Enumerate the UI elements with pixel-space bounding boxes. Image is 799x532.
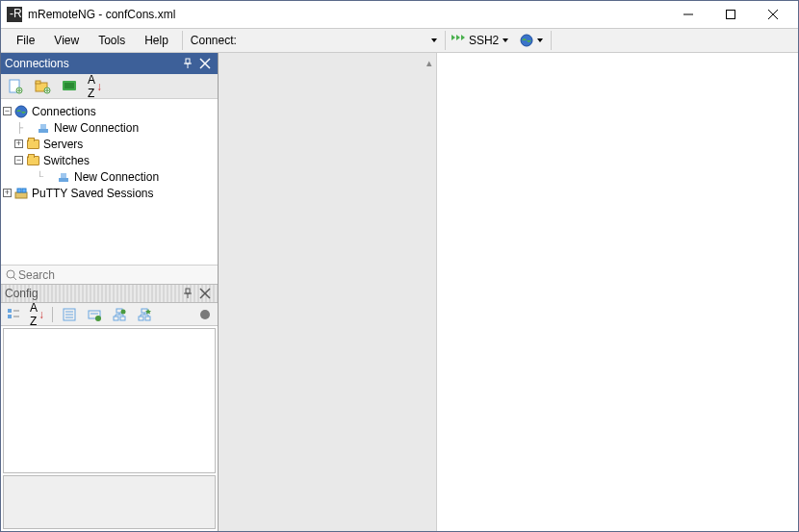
connections-toolbar: AZ↓: [1, 74, 218, 99]
sort-z: Z: [88, 87, 94, 100]
svg-rect-35: [186, 289, 190, 293]
tree-label: New Connection: [54, 121, 139, 135]
menu-file[interactable]: File: [7, 31, 44, 50]
globe-dropdown[interactable]: [537, 36, 547, 45]
categorized-icon[interactable]: [5, 306, 22, 323]
close-panel-icon[interactable]: [196, 55, 214, 72]
tree-item-switches[interactable]: − Switches: [3, 152, 216, 168]
app-body: Connections AZ: [1, 53, 798, 531]
svg-rect-28: [59, 178, 68, 182]
svg-rect-53: [120, 317, 125, 320]
inheritance-icon[interactable]: [111, 306, 128, 323]
svg-rect-9: [186, 59, 190, 63]
folder-icon: [25, 153, 40, 168]
window-title: mRemoteNG - confCons.xml: [28, 8, 667, 21]
svg-marker-66: [145, 309, 151, 315]
inheritance-default-icon[interactable]: [136, 306, 153, 323]
defaults-icon[interactable]: [86, 306, 103, 323]
tree-label: PuTTY Saved Sessions: [32, 187, 154, 200]
close-panel-icon[interactable]: [196, 285, 214, 302]
tree-item-new-connection-1[interactable]: ├ New Connection: [3, 119, 216, 136]
quick-connect-input[interactable]: [246, 32, 429, 49]
tree-label: Servers: [43, 138, 83, 151]
expand-toggle[interactable]: +: [14, 139, 23, 148]
svg-point-50: [95, 316, 101, 321]
svg-rect-60: [139, 317, 143, 320]
blank-pane: [437, 53, 798, 531]
app-window: -R mRemoteNG - confCons.xml File View To…: [0, 0, 799, 532]
tree-root[interactable]: − Connections: [3, 103, 216, 119]
connections-panel-title: Connections: [5, 57, 179, 70]
svg-rect-40: [8, 309, 12, 313]
folder-icon: [25, 137, 40, 152]
quick-connect-history-dropdown[interactable]: [431, 36, 441, 45]
sort-z: Z: [30, 315, 37, 328]
collapse-toggle[interactable]: −: [3, 107, 12, 115]
play-icon[interactable]: [450, 32, 467, 49]
putty-icon: [13, 186, 29, 201]
empty-connection-pane[interactable]: ▴: [219, 53, 437, 531]
svg-text:-R: -R: [10, 7, 22, 20]
tree-label: New Connection: [74, 170, 159, 184]
svg-rect-29: [61, 173, 66, 178]
connection-icon: [56, 169, 71, 185]
sort-icon[interactable]: AZ↓: [88, 73, 102, 100]
search-row: [1, 265, 218, 284]
svg-marker-5: [451, 35, 455, 40]
scroll-up-indicator: ▴: [426, 57, 432, 69]
sort-a: A: [88, 73, 95, 87]
menu-help[interactable]: Help: [135, 31, 178, 50]
svg-line-34: [13, 277, 16, 280]
svg-rect-19: [36, 81, 40, 84]
protocol-label[interactable]: SSH2: [467, 34, 501, 47]
maximize-button[interactable]: [709, 1, 752, 28]
close-button[interactable]: [752, 1, 794, 28]
svg-rect-31: [17, 189, 21, 192]
search-input[interactable]: [18, 268, 214, 282]
svg-point-67: [200, 310, 210, 319]
properties-icon[interactable]: [61, 306, 78, 323]
svg-rect-32: [22, 189, 26, 192]
svg-rect-30: [15, 192, 27, 198]
titlebar: -R mRemoteNG - confCons.xml: [1, 1, 798, 28]
connection-icon: [36, 120, 51, 136]
svg-point-33: [7, 270, 14, 278]
svg-rect-26: [39, 129, 48, 133]
sort-a: A: [30, 301, 38, 315]
svg-marker-6: [456, 35, 460, 40]
tree-item-new-connection-2[interactable]: └ New Connection: [3, 168, 216, 185]
svg-marker-7: [461, 35, 465, 40]
tree-label: Switches: [43, 154, 90, 167]
menu-view[interactable]: View: [44, 31, 89, 50]
menubar: File View Tools Help Connect: SSH2: [1, 28, 798, 53]
main-area: ▴: [219, 53, 798, 531]
svg-rect-2: [727, 11, 735, 19]
status-indicator-icon: [196, 306, 214, 323]
svg-rect-24: [64, 83, 74, 89]
config-toolbar: AZ↓: [1, 303, 218, 326]
connect-label: Connect:: [187, 31, 246, 50]
new-folder-icon[interactable]: [34, 78, 51, 95]
sort-icon[interactable]: AZ↓: [30, 301, 44, 328]
pin-icon[interactable]: [179, 285, 196, 302]
config-description: [3, 475, 216, 529]
tree-root-label: Connections: [32, 105, 96, 118]
menu-separator-2: [445, 31, 446, 50]
connections-tree[interactable]: − Connections ├ New Connection + Servers…: [1, 99, 218, 265]
expand-toggle[interactable]: +: [3, 189, 12, 197]
tree-item-servers[interactable]: + Servers: [3, 136, 216, 152]
svg-rect-27: [40, 124, 46, 129]
tree-line: ├: [14, 122, 25, 133]
menu-separator-3: [551, 31, 552, 50]
pin-icon[interactable]: [179, 55, 196, 72]
connect-icon[interactable]: [61, 78, 78, 95]
collapse-toggle[interactable]: −: [14, 156, 23, 165]
config-body[interactable]: [3, 328, 216, 473]
menu-tools[interactable]: Tools: [89, 31, 135, 50]
svg-point-58: [121, 309, 126, 314]
new-connection-icon[interactable]: [7, 78, 24, 95]
globe-icon[interactable]: [518, 32, 535, 49]
protocol-dropdown[interactable]: [503, 36, 512, 45]
tree-item-putty[interactable]: + PuTTY Saved Sessions: [3, 185, 216, 201]
minimize-button[interactable]: [667, 1, 709, 28]
